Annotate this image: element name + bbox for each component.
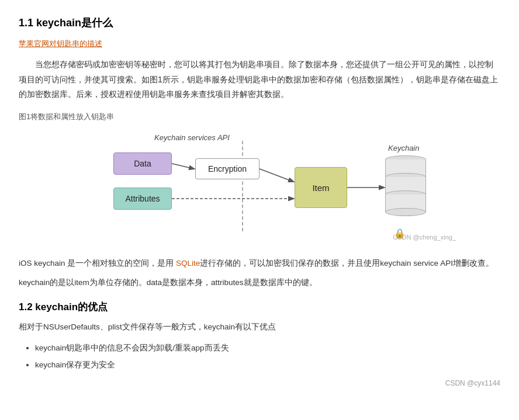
list-item-2: keychain保存更为安全 <box>35 357 500 373</box>
keychain-label: Keychain <box>388 142 419 155</box>
apple-link[interactable]: 苹果官网对钥匙串的描述 <box>19 37 102 50</box>
svg-line-2 <box>260 169 293 182</box>
info-prefix: iOS keychain 是一个相对独立的空间，是用 <box>19 259 176 268</box>
diagram-caption: 图1将数据和属性放入钥匙串 <box>19 110 500 123</box>
advantages-list: keychain钥匙串中的信息不会因为卸载/重装app而丢失 keychain保… <box>19 340 500 373</box>
watermark-cheng: CSDN @cheng_xing_ <box>393 232 456 243</box>
section1-paragraph: 当您想存储密码或加密密钥等秘密时，您可以将其打包为钥匙串项目。除了数据本身，您还… <box>19 57 500 103</box>
encryption-box: Encryption <box>195 158 260 179</box>
item-box: Item <box>295 167 347 208</box>
section1-title: 1.1 keychain是什么 <box>19 14 500 32</box>
dashed-divider <box>242 141 243 231</box>
info-line1: iOS keychain 是一个相对独立的空间，是用 SQLite进行存储的，可… <box>19 256 500 270</box>
info-line2: keychain的是以item为单位存储的。data是数据本身，attribut… <box>19 276 500 290</box>
attributes-box: Attributes <box>113 188 172 210</box>
keychain-cylinder <box>385 155 426 212</box>
list-item-1: keychain钥匙串中的信息不会因为卸载/重装app而丢失 <box>35 340 500 356</box>
watermark-cyx: CSDN @cyx1144 <box>19 377 500 389</box>
section2-intro: 相对于NSUserDefaults、plist文件保存等一般方式，keychai… <box>19 321 500 334</box>
info-suffix: 进行存储的，可以加密我们保存的数据，并且使用keychain service A… <box>200 259 494 268</box>
keychain-diagram: Keychain services API Data Attributes En… <box>19 129 500 246</box>
sqlite-text: SQLite <box>176 259 200 268</box>
section2-title: 1.2 keychain的优点 <box>19 299 500 316</box>
api-label: Keychain services API <box>154 131 230 144</box>
cylinder-disk-bottom <box>385 208 426 216</box>
svg-line-0 <box>172 164 194 169</box>
diagram-inner: Keychain services API Data Attributes En… <box>61 129 458 246</box>
data-box: Data <box>113 152 172 175</box>
